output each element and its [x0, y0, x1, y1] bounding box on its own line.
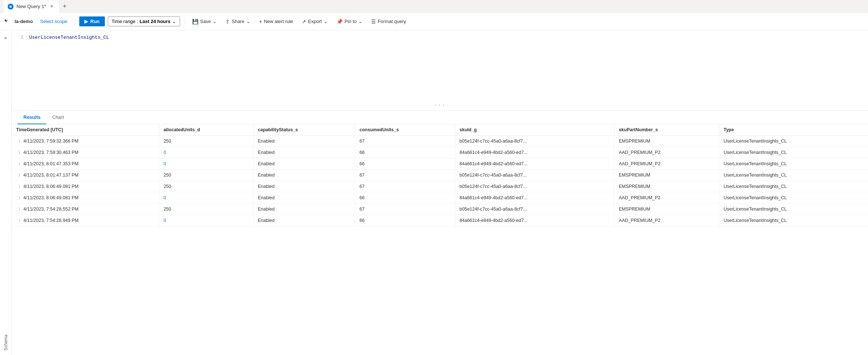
row-expand-button[interactable]: 〉 [16, 150, 22, 155]
results-table-container[interactable]: TimeGenerated [UTC] allocatedUnits_d cap… [12, 124, 868, 355]
cell-consumed-units: 67 [355, 204, 455, 215]
table-row: 〉 4/11/2023, 7:54:28.949 PM 0 Enabled 66… [12, 215, 868, 226]
allocated-units-value[interactable]: 0 [164, 161, 166, 166]
cell-time-generated: 〉 4/11/2023, 8:06:49.081 PM [12, 192, 159, 204]
type-value: UserLicenseTenantInsights_CL [724, 207, 787, 212]
row-expand-button[interactable]: 〉 [16, 184, 22, 189]
cell-sku-part-number: EMSPREMIUM [614, 136, 719, 147]
cell-capability-status: Enabled [253, 215, 355, 226]
cell-type: UserLicenseTenantInsights_CL [719, 136, 868, 147]
allocated-units-value: 250 [164, 184, 171, 189]
export-button[interactable]: ↗ Export ⌄ [299, 17, 331, 26]
sku-part-number-value: EMSPREMIUM [619, 207, 650, 212]
cell-type: UserLicenseTenantInsights_CL [719, 192, 868, 204]
results-tab-label: Results [23, 114, 41, 120]
table-body: 〉 4/11/2023, 7:59:32.366 PM 250 Enabled … [12, 136, 868, 226]
row-expand-button[interactable]: 〉 [16, 218, 22, 223]
table-row: 〉 4/11/2023, 8:06:49.081 PM 250 Enabled … [12, 181, 868, 192]
save-label: Save [200, 19, 211, 24]
time-range-button[interactable]: Time range : Last 24 hours ⌄ [108, 16, 180, 26]
results-tabs: Results Chart [12, 111, 868, 124]
allocated-units-value[interactable]: 0 [164, 195, 166, 200]
allocated-units-value: 250 [164, 139, 171, 144]
cell-sku-id: b05e124f-c7cc-45a0-a6aa-8cf7... [455, 170, 614, 181]
type-value: UserLicenseTenantInsights_CL [724, 139, 787, 144]
cell-allocated-units: 0 [159, 158, 253, 170]
format-query-button[interactable]: ☰ Format query [368, 17, 409, 26]
cell-time-generated: 〉 4/11/2023, 7:59:32.366 PM [12, 136, 159, 147]
cell-allocated-units: 250 [159, 181, 253, 192]
time-range-value: Last 24 hours [140, 19, 171, 24]
close-tab-button[interactable]: ✕ [49, 4, 55, 10]
cell-type: UserLicenseTenantInsights_CL [719, 215, 868, 226]
cell-allocated-units: 250 [159, 170, 253, 181]
cell-time-generated: 〉 4/11/2023, 7:54:28.552 PM [12, 204, 159, 215]
save-button[interactable]: 💾 Save ⌄ [189, 17, 220, 26]
cell-time-generated: 〉 4/11/2023, 7:54:28.949 PM [12, 215, 159, 226]
share-button[interactable]: ⇪ Share ⌄ [222, 17, 253, 26]
consumed-units-value: 67 [359, 139, 365, 144]
capability-status-value: Enabled [258, 161, 275, 166]
tab-results[interactable]: Results [18, 111, 46, 124]
cell-sku-part-number: AAD_PREMIUM_P2 [614, 158, 719, 170]
run-button[interactable]: ▶ Run [79, 16, 104, 26]
type-value: UserLicenseTenantInsights_CL [724, 184, 787, 189]
share-icon: ⇪ [225, 19, 230, 24]
cell-capability-status: Enabled [253, 181, 355, 192]
new-tab-button[interactable]: + [60, 1, 70, 11]
cell-consumed-units: 66 [355, 158, 455, 170]
schema-label[interactable]: Schema [3, 335, 8, 351]
collapse-button[interactable]: » [1, 33, 10, 42]
sku-part-number-value: AAD_PREMIUM_P2 [619, 150, 660, 155]
row-expand-button[interactable]: 〉 [16, 161, 22, 167]
table-row: 〉 4/11/2023, 8:06:49.081 PM 0 Enabled 66… [12, 192, 868, 204]
query-line-1: 1 UserLicenseTenantInsights_CL [18, 35, 862, 40]
new-alert-rule-button[interactable]: + New alert rule [256, 17, 296, 26]
consumed-units-value: 67 [359, 207, 365, 212]
row-expand-button[interactable]: 〉 [16, 195, 22, 201]
ellipsis: ... [434, 101, 446, 107]
col-type: Type [719, 124, 868, 136]
allocated-units-value: 250 [164, 207, 171, 212]
cell-allocated-units: 0 [159, 192, 253, 204]
time-generated-value: 4/11/2023, 7:59:30.463 PM [23, 150, 79, 155]
export-label: Export [308, 19, 322, 24]
cell-sku-part-number: AAD_PREMIUM_P2 [614, 192, 719, 204]
cell-allocated-units: 0 [159, 147, 253, 158]
run-icon: ▶ [84, 19, 88, 24]
results-area: Results Chart TimeGenerated [UTC] [12, 111, 868, 355]
cell-allocated-units: 0 [159, 215, 253, 226]
cell-type: UserLicenseTenantInsights_CL [719, 181, 868, 192]
tab-new-query-1[interactable]: ☯ New Query 1* ✕ [3, 0, 60, 13]
cell-type: UserLicenseTenantInsights_CL [719, 147, 868, 158]
main-layout: » Schema 1 UserLicenseTenantInsights_CL … [0, 30, 868, 355]
cell-consumed-units: 66 [355, 215, 455, 226]
new-alert-rule-label: New alert rule [264, 19, 293, 24]
cell-time-generated: 〉 4/11/2023, 8:06:49.081 PM [12, 181, 159, 192]
table-row: 〉 4/11/2023, 7:59:30.463 PM 0 Enabled 66… [12, 147, 868, 158]
sku-part-number-value: AAD_PREMIUM_P2 [619, 195, 660, 200]
cell-consumed-units: 67 [355, 170, 455, 181]
toolbar-separator-1 [75, 17, 75, 26]
row-expand-button[interactable]: 〉 [16, 138, 22, 144]
results-table: TimeGenerated [UTC] allocatedUnits_d cap… [12, 124, 868, 226]
type-value: UserLicenseTenantInsights_CL [724, 161, 787, 166]
cell-type: UserLicenseTenantInsights_CL [719, 204, 868, 215]
tab-chart[interactable]: Chart [46, 111, 70, 124]
toolbar: ☯ la-demo Select scope ▶ Run Time range … [0, 13, 868, 30]
cell-sku-part-number: EMSPREMIUM [614, 170, 719, 181]
select-scope-button[interactable]: Select scope [37, 17, 70, 26]
allocated-units-value[interactable]: 0 [164, 150, 166, 155]
query-editor[interactable]: 1 UserLicenseTenantInsights_CL ... [12, 30, 868, 111]
row-expand-button[interactable]: 〉 [16, 206, 22, 212]
time-generated-value: 4/11/2023, 7:59:32.366 PM [23, 139, 79, 144]
cell-sku-id: b05e124f-c7cc-45a0-a6aa-8cf7... [455, 204, 614, 215]
table-row: 〉 4/11/2023, 8:01:47.353 PM 0 Enabled 66… [12, 158, 868, 170]
cell-capability-status: Enabled [253, 192, 355, 204]
sku-part-number-value: EMSPREMIUM [619, 173, 650, 178]
pin-to-button[interactable]: 📌 Pin to ⌄ [334, 17, 365, 26]
allocated-units-value[interactable]: 0 [164, 218, 166, 223]
workspace-name: la-demo [15, 19, 33, 24]
row-expand-button[interactable]: 〉 [16, 172, 22, 178]
capability-status-value: Enabled [258, 150, 275, 155]
